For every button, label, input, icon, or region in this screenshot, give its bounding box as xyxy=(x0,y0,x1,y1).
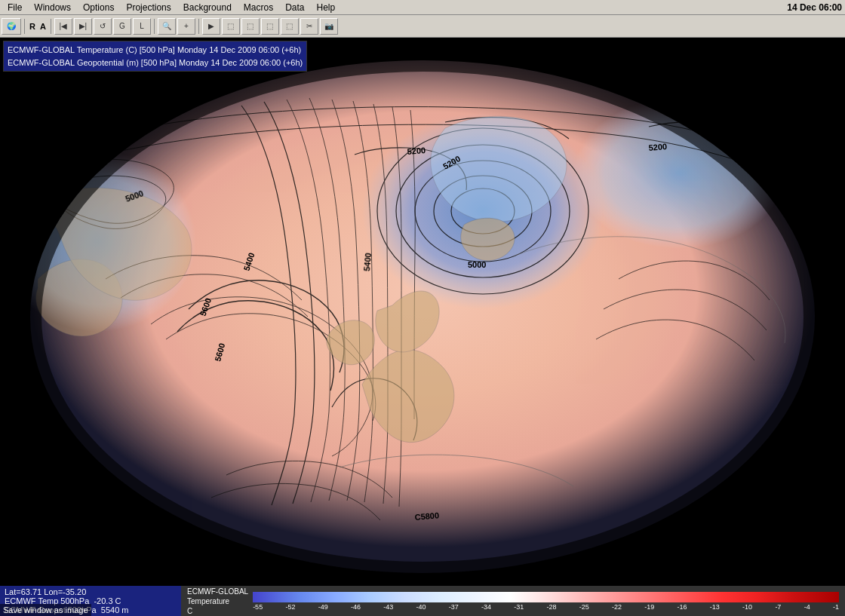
legend-text-block: ECMWF-GLOBAL Temperature C xyxy=(187,587,248,616)
toolbar-camera-btn[interactable]: 📷 xyxy=(320,18,338,35)
color-tick: -52 xyxy=(285,603,295,611)
temp-value: -20.3 C xyxy=(94,596,121,605)
color-tick: -43 xyxy=(383,603,393,611)
color-tick: -40 xyxy=(416,603,426,611)
contour-label-5200-right: 5200 xyxy=(648,142,667,152)
status-legend: ECMWF-GLOBAL Temperature C -55-52-49-46-… xyxy=(181,586,845,616)
menu-data[interactable]: Data xyxy=(279,1,310,14)
legend-var: Temperature xyxy=(187,596,248,606)
color-tick: -34 xyxy=(481,603,491,611)
color-tick: -1 xyxy=(833,603,839,611)
color-bar-ticks: -55-52-49-46-43-40-37-34-31-28-25-22-19-… xyxy=(253,603,839,611)
toolbar-frame1-btn[interactable]: ⬚ xyxy=(222,18,240,35)
menu-macros[interactable]: Macros xyxy=(238,1,279,14)
contour-label-5000-2: 5000 xyxy=(468,260,486,269)
color-tick: -49 xyxy=(318,603,328,611)
toolbar-a-label: A xyxy=(38,22,48,31)
lat-value: Lat=63.71 Lon=-35.20 xyxy=(5,587,86,596)
color-tick: -22 xyxy=(612,603,622,611)
color-tick: -46 xyxy=(351,603,361,611)
toolbar-loop-btn[interactable]: ↺ xyxy=(94,18,112,35)
toolbar-separator-4 xyxy=(198,19,199,34)
toolbar-separator-3 xyxy=(154,19,155,34)
color-bar-container: -55-52-49-46-43-40-37-34-31-28-25-22-19-… xyxy=(253,592,839,611)
globe-svg: 5000 5600 5600 5400 5400 5200 5200 5200 … xyxy=(0,38,845,586)
map-legend-title: ECMWF-GLOBAL Temperature (C) [500 hPa] M… xyxy=(3,41,307,72)
save-window-button[interactable]: Save window as image xyxy=(0,604,91,616)
toolbar-r-label: R xyxy=(28,22,37,31)
contour-label-5200-top: 5200 xyxy=(407,146,426,156)
menu-help[interactable]: Help xyxy=(311,1,342,14)
toolbar-frame3-btn[interactable]: ⬚ xyxy=(261,18,279,35)
toolbar-globe-icon[interactable]: 🌍 xyxy=(2,18,21,35)
toolbar-plus-btn[interactable]: + xyxy=(177,18,195,35)
menu-file[interactable]: File xyxy=(2,1,28,14)
toolbar-skip-fwd-btn[interactable]: ▶| xyxy=(74,18,92,35)
color-tick: -7 xyxy=(775,603,781,611)
geop-value: 5540 m xyxy=(101,605,129,614)
toolbar-separator-2 xyxy=(51,19,51,34)
color-tick: -28 xyxy=(547,603,557,611)
color-tick: -55 xyxy=(253,603,263,611)
legend-unit: C xyxy=(187,606,248,616)
legend-name: ECMWF-GLOBAL xyxy=(187,587,248,596)
menu-projections[interactable]: Projections xyxy=(120,1,177,14)
legend-line1: ECMWF-GLOBAL Temperature (C) [500 hPa] M… xyxy=(8,44,303,57)
datetime-display: 14 Dec 06:00 xyxy=(787,2,842,13)
toolbar-l-btn[interactable]: L xyxy=(133,18,151,35)
color-tick: -10 xyxy=(742,603,752,611)
toolbar-g-btn[interactable]: G xyxy=(113,18,131,35)
color-tick: -37 xyxy=(449,603,459,611)
menu-windows[interactable]: Windows xyxy=(28,1,77,14)
toolbar-zoom-in-btn[interactable]: 🔍 xyxy=(158,18,176,35)
color-tick: -31 xyxy=(514,603,524,611)
color-tick: -4 xyxy=(804,603,810,611)
latlon-display: Lat=63.71 Lon=-35.20 xyxy=(5,587,177,596)
color-tick: -16 xyxy=(678,603,687,611)
color-tick: -13 xyxy=(710,603,720,611)
legend-line2: ECMWF-GLOBAL Geopotential (m) [500 hPa] … xyxy=(8,57,303,69)
statusbar: Lat=63.71 Lon=-35.20 ECMWF Temp 500hPa -… xyxy=(0,586,845,616)
contour-label-5400-2: 5400 xyxy=(362,253,373,271)
menu-options[interactable]: Options xyxy=(77,1,120,14)
color-bar xyxy=(253,592,839,602)
toolbar-play-btn[interactable]: ▶ xyxy=(202,18,220,35)
color-tick: -19 xyxy=(644,603,654,611)
toolbar-scissors-btn[interactable]: ✂ xyxy=(300,18,318,35)
map-container: 5000 5600 5600 5400 5400 5200 5200 5200 … xyxy=(0,38,845,586)
toolbar-separator-1 xyxy=(24,19,25,34)
menu-background[interactable]: Background xyxy=(177,1,238,14)
toolbar-frame2-btn[interactable]: ⬚ xyxy=(241,18,260,35)
color-tick: -25 xyxy=(579,603,589,611)
toolbar-skip-back-btn[interactable]: |◀ xyxy=(54,18,72,35)
menubar: File Windows Options Projections Backgro… xyxy=(0,0,845,15)
toolbar: 🌍 R A |◀ ▶| ↺ G L 🔍 + ▶ ⬚ ⬚ ⬚ ⬚ ✂ 📷 xyxy=(0,15,845,38)
toolbar-frame4-btn[interactable]: ⬚ xyxy=(281,18,299,35)
